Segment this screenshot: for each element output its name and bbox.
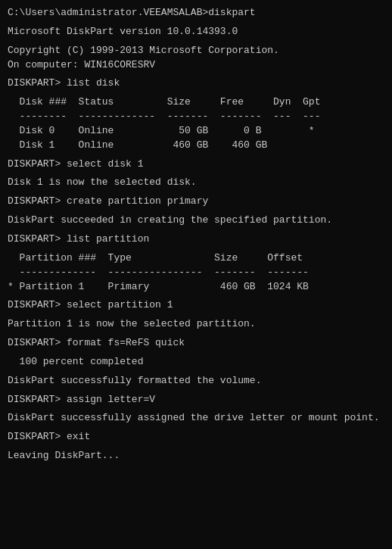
output-line: Partition 1 is now the selected partitio… — [8, 317, 384, 332]
command-line: DISKPART> list disk — [8, 76, 384, 91]
output-line: DiskPart successfully formatted the volu… — [8, 374, 384, 388]
output-line: Disk 0 Online 50 GB 0 B * — [8, 124, 384, 139]
command-line: DISKPART> select disk 1 — [8, 158, 384, 172]
output-line: Disk 1 is now the selected disk. — [8, 176, 384, 190]
command-line: DISKPART> select partition 1 — [8, 298, 384, 313]
output-line: -------- ------------- ------- ------- -… — [8, 110, 384, 124]
command-line: DISKPART> list partition — [8, 232, 384, 247]
command-line: DISKPART> assign letter=V — [8, 393, 384, 407]
output-line: Partition ### Type Size Offset — [8, 251, 384, 266]
output-line: * Partition 1 Primary 460 GB 1024 KB — [8, 280, 384, 295]
command-line: C:\Users\administrator.VEEAMSALAB>diskpa… — [8, 6, 384, 20]
output-line: Copyright (C) 1999-2013 Microsoft Corpor… — [8, 44, 384, 58]
output-line: Leaving DiskPart... — [8, 449, 384, 463]
command-line: DISKPART> exit — [8, 430, 384, 445]
output-line: DiskPart succeeded in creating the speci… — [8, 214, 384, 228]
terminal-container: C:\Users\administrator.VEEAMSALAB>diskpa… — [8, 6, 384, 463]
output-line: DiskPart successfully assigned the drive… — [8, 411, 384, 426]
command-line: DISKPART> create partition primary — [8, 195, 384, 209]
output-line: On computer: WIN16CORESRV — [8, 58, 384, 73]
output-line: ------------- ---------------- ------- -… — [8, 266, 384, 280]
output-line: Disk 1 Online 460 GB 460 GB — [8, 139, 384, 153]
command-line: DISKPART> format fs=ReFS quick — [8, 336, 384, 351]
output-line: Disk ### Status Size Free Dyn Gpt — [8, 95, 384, 110]
output-line: 100 percent completed — [8, 355, 384, 370]
output-line: Microsoft DiskPart version 10.0.14393.0 — [8, 25, 384, 39]
